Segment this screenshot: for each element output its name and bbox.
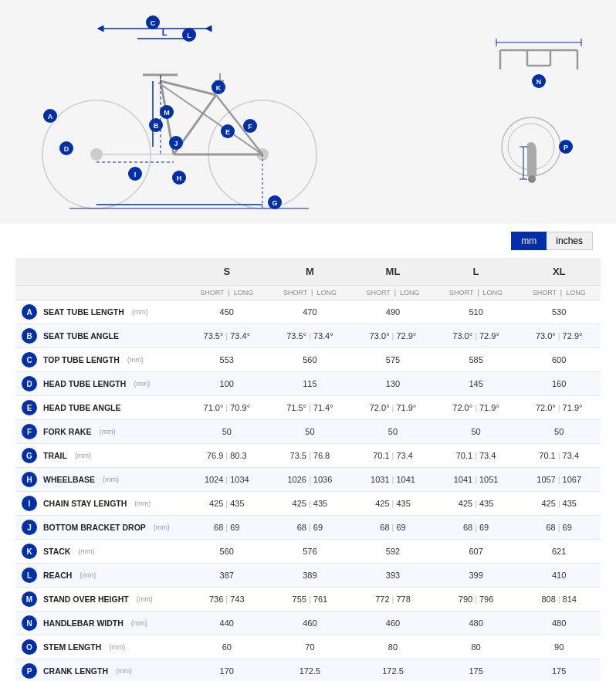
metric-name: CHAIN STAY LENGTH (43, 499, 127, 508)
label-cell: ICHAIN STAY LENGTH(mm) (15, 492, 185, 515)
table-row: CTOP TUBE LENGTH(mm)553560575585600 (15, 348, 601, 372)
inches-button[interactable]: inches (547, 232, 593, 250)
cell-m: 460 (269, 612, 352, 635)
table-row: LREACH(mm)387389393399410 (15, 564, 601, 588)
cell-s: 73.5°|73.4° (185, 324, 269, 348)
metric-name: STACK (43, 547, 70, 556)
metric-name: HEAD TUBE LENGTH (43, 379, 126, 388)
cell-l: 80 (435, 635, 518, 659)
svg-text:L: L (187, 32, 191, 39)
cell-l: 73.0°|72.9° (435, 324, 518, 348)
svg-point-66 (528, 175, 536, 183)
metric-unit: (mm) (78, 547, 94, 555)
m-sub-header: SHORT | LONG (269, 286, 352, 300)
metric-name: WHEELBASE (43, 475, 95, 484)
label-cell: JBOTTOM BRACKET DROP(mm) (15, 516, 185, 539)
cell-xl: 50 (517, 420, 601, 444)
mm-button[interactable]: mm (511, 232, 547, 250)
unit-toggle-section: mm inches (0, 224, 616, 258)
label-cell: KSTACK(mm) (15, 540, 185, 563)
metric-name: SEAT TUBE ANGLE (43, 331, 119, 340)
cell-ml: 490 (351, 300, 435, 324)
cell-s: 425|435 (185, 492, 269, 516)
ml-sub-header: SHORT | LONG (351, 286, 435, 300)
cell-m: 470 (269, 300, 352, 324)
cell-s: 50 (185, 420, 269, 444)
table-row: EHEAD TUBE ANGLE71.0°|70.9°71.5°|71.4°72… (15, 396, 601, 420)
l-sub-header: SHORT | LONG (435, 286, 518, 300)
svg-text:M: M (164, 109, 170, 117)
label-cell: MSTAND OVER HEIGHT(mm) (15, 588, 185, 611)
table-row: GTRAIL(mm)76.9|80.373.5|76.870.1|73.470.… (15, 444, 601, 468)
crank-diagram: P (485, 104, 593, 189)
svg-text:L: L (162, 28, 168, 37)
svg-text:C: C (151, 19, 156, 27)
cell-ml: 172.5 (351, 659, 435, 682)
cell-s: 1024|1034 (185, 468, 269, 492)
cell-l: 585 (435, 348, 518, 372)
svg-text:H: H (177, 174, 182, 182)
letter-badge: D (22, 376, 37, 391)
label-cell: CTOP TUBE LENGTH(mm) (15, 348, 185, 371)
cell-s: 440 (185, 612, 269, 635)
label-cell: NHANDLEBAR WIDTH(mm) (15, 612, 185, 635)
cell-ml: 80 (351, 635, 435, 659)
svg-text:G: G (272, 199, 277, 207)
cell-l: 425|435 (435, 492, 518, 516)
svg-text:E: E (225, 128, 230, 136)
metric-name: REACH (43, 571, 72, 580)
cell-m: 755|761 (269, 588, 352, 612)
metric-name: BOTTOM BRACKET DROP (43, 523, 146, 532)
cell-l: 175 (435, 659, 518, 682)
cell-xl: 175 (517, 659, 601, 682)
label-cell: PCRANK LENGTH(mm) (15, 659, 185, 681)
cell-m: 389 (269, 564, 352, 588)
cell-l: 607 (435, 540, 518, 564)
metric-unit: (mm) (75, 452, 91, 459)
cell-s: 553 (185, 348, 269, 372)
geometry-table-wrapper: S M ML L XL SHORT | LONG SHORT | LONG SH… (0, 258, 616, 681)
svg-text:B: B (154, 122, 159, 130)
letter-badge: G (22, 448, 37, 463)
label-cell: OSTEM LENGTH(mm) (15, 635, 185, 659)
table-row: MSTAND OVER HEIGHT(mm)736|743755|761772|… (15, 588, 601, 612)
metric-name: TOP TUBE LENGTH (43, 355, 120, 364)
metric-unit: (mm) (134, 380, 150, 388)
cell-xl: 73.0°|72.9° (517, 324, 601, 348)
metric-unit: (mm) (134, 500, 151, 507)
letter-badge: O (22, 639, 37, 655)
letter-badge: B (22, 328, 37, 344)
cell-xl: 1057|1067 (517, 468, 601, 492)
letter-badge: A (22, 304, 37, 320)
metric-unit: (mm) (127, 356, 144, 364)
cell-m: 73.5°|73.4° (269, 324, 352, 348)
metric-name: HANDLEBAR WIDTH (43, 618, 124, 628)
cell-l: 790|796 (435, 588, 518, 612)
cell-m: 70 (269, 635, 352, 659)
letter-badge: J (22, 520, 37, 535)
letter-badge: L (22, 568, 37, 583)
cell-l: 68|69 (435, 516, 518, 540)
letter-badge: M (22, 591, 37, 607)
table-row: OSTEM LENGTH(mm)6070808090 (15, 635, 601, 659)
metric-name: STEM LENGTH (43, 642, 101, 652)
label-cell: ASEAT TUBE LENGTH(mm) (15, 300, 185, 324)
cell-m: 1026|1036 (269, 468, 352, 492)
table-row: ICHAIN STAY LENGTH(mm)425|435425|435425|… (15, 492, 601, 516)
label-cell: BSEAT TUBE ANGLE (15, 324, 185, 347)
svg-rect-65 (527, 147, 536, 178)
table-row: ASEAT TUBE LENGTH(mm)450470490510530 (15, 300, 601, 324)
cell-xl: 68|69 (517, 516, 601, 540)
cell-s: 71.0°|70.9° (185, 396, 269, 420)
diagram-section: C L (0, 0, 616, 224)
cell-xl: 808|814 (517, 588, 601, 612)
cell-ml: 425|435 (351, 492, 435, 516)
cell-xl: 70.1|73.4 (517, 444, 601, 468)
svg-text:A: A (48, 113, 53, 120)
letter-badge: F (22, 424, 37, 439)
cell-l: 72.0°|71.9° (435, 396, 518, 420)
handlebar-diagram: N (485, 19, 593, 97)
table-row: HWHEELBASE(mm)1024|10341026|10361031|104… (15, 468, 601, 492)
cell-xl: 90 (517, 635, 601, 659)
cell-s: 68|69 (185, 516, 269, 540)
